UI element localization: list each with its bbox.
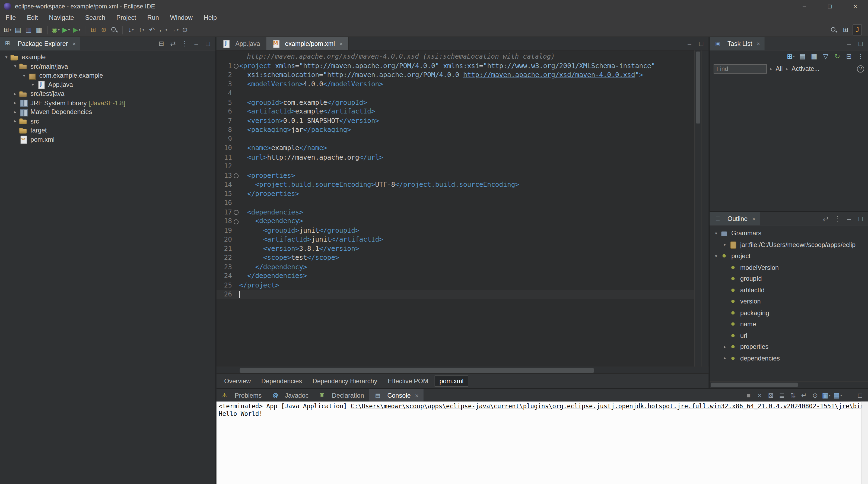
all-scope-label[interactable]: All [775,65,782,72]
expand-arrow-icon[interactable]: ▸ [11,119,20,123]
tab-outline[interactable]: Outline × [710,212,760,225]
code-line-22[interactable]: 22 <scope>test</scope> [217,253,694,262]
collapse-arrow-icon[interactable]: ▾ [712,253,720,259]
tab-package-explorer[interactable]: Package Explorer × [0,37,80,50]
tree-item-url[interactable]: url [710,330,868,341]
window-close-button[interactable]: × [842,0,868,12]
activate-arrow-icon[interactable]: ▸ [786,66,788,71]
code-line-16[interactable]: 16 [217,198,694,207]
horizontal-scroll-thumb[interactable] [240,368,594,373]
code-line-10[interactable]: 10 <name>example</name> [217,143,694,153]
menu-file[interactable]: File [0,13,22,22]
tree-item-com-example-example[interactable]: ▾com.example.example [0,71,215,80]
view-menu-icon[interactable]: ⋮ [180,38,189,49]
dropdown-arrow-icon[interactable]: ▾ [68,28,70,32]
tree-item-src-test-java[interactable]: ▸src/test/java [0,89,215,98]
collapse-all-icon[interactable]: ⊟ [844,51,854,62]
tab-console[interactable]: Console× [369,389,424,401]
close-view-icon[interactable]: × [757,40,760,47]
code-line-21[interactable]: 21 <version>3.8.1</version> [217,244,694,253]
tree-item-name[interactable]: name [710,319,868,330]
forward-icon[interactable]: →▾ [169,24,179,36]
display-selected-console-icon[interactable]: ▣▾ [821,390,831,401]
code-line-2[interactable]: 2 xsi:schemaLocation="http://maven.apach… [217,70,694,80]
scheduled-icon[interactable]: ▦ [809,51,819,62]
code-line-19[interactable]: 19 <groupId>junit</groupId> [217,225,694,235]
console-scrollbar[interactable] [862,401,868,484]
pin-console-icon[interactable]: ⊙ [810,390,820,401]
tab-javadoc[interactable]: Javadoc [267,389,314,401]
menu-search[interactable]: Search [80,13,111,22]
filters-icon[interactable]: ▽ [821,51,831,62]
pom-tab-pom-xml[interactable]: pom.xml [434,375,468,386]
all-scope-arrow-icon[interactable]: ▸ [770,66,772,71]
code-line-7[interactable]: 7 <version>0.0.1-SNAPSHOT</version> [217,116,694,125]
fold-marker-icon[interactable] [232,207,239,217]
dropdown-arrow-icon[interactable]: ▾ [132,28,134,32]
quick-access-search-icon[interactable] [829,24,839,36]
tree-item-grammars[interactable]: ▾Grammars [710,228,868,239]
dropdown-arrow-icon[interactable]: ▾ [79,28,81,32]
maximize-icon[interactable]: □ [696,38,706,49]
tree-item-jre-system-library[interactable]: ▸JRE System Library[JavaSE-1.8] [0,98,215,108]
back-icon[interactable]: ←▾ [158,24,168,36]
code-line-1[interactable]: 1<project xmlns="http://maven.apache.org… [217,61,694,70]
maximize-icon[interactable]: □ [203,38,213,49]
pom-tab-dependencies[interactable]: Dependencies [257,375,307,386]
link-with-editor-icon[interactable]: ⇄ [168,38,178,49]
help-icon[interactable]: ? [857,65,864,72]
code-line-24[interactable]: 24 </dependencies> [217,271,694,281]
java-search-icon[interactable] [110,24,119,36]
code-line-23[interactable]: 23 </dependency> [217,262,694,271]
save-icon[interactable]: ▤ [13,24,23,36]
code-line-26[interactable]: 26 [217,290,694,299]
minimize-icon[interactable]: – [844,213,854,224]
pom-tab-effective-pom[interactable]: Effective POM [383,375,433,386]
code-line-17[interactable]: 17 <dependencies> [217,207,694,217]
tree-item-src-main-java[interactable]: ▾src/main/java [0,62,215,71]
dropdown-arrow-icon[interactable]: ▾ [793,54,795,58]
code-line-12[interactable]: 12 [217,162,694,171]
menu-help[interactable]: Help [198,13,222,22]
window-minimize-button[interactable]: – [792,0,817,12]
close-tab-icon[interactable]: × [415,392,419,398]
scroll-lock-icon[interactable]: ⇅ [788,390,798,401]
maximize-icon[interactable]: □ [856,38,865,49]
categorized-icon[interactable]: ▤ [798,51,807,62]
save-all-icon[interactable]: ▥ [24,24,33,36]
fold-marker-icon[interactable] [232,61,239,70]
pom-tab-overview[interactable]: Overview [220,375,255,386]
editor-tab-example-pom-xml[interactable]: example/pom.xml× [266,37,349,50]
next-annotation-icon[interactable]: ↓▾ [126,24,136,36]
code-line-15[interactable]: 15 </properties> [217,189,694,199]
tab-problems[interactable]: Problems [217,389,267,401]
menu-project[interactable]: Project [111,13,142,22]
code-line-13[interactable]: 13 <properties> [217,171,694,180]
terminate-icon[interactable]: ■ [744,390,753,401]
minimize-icon[interactable]: – [192,38,201,49]
outline-scroll-thumb[interactable] [711,383,798,387]
minimize-icon[interactable]: – [685,38,694,49]
run-icon[interactable]: ▶▾ [61,24,71,36]
code-line-5[interactable]: 5 <groupId>com.example</groupId> [217,98,694,107]
console-output[interactable]: <terminated> App [Java Application] C:\U… [217,401,868,484]
dropdown-arrow-icon[interactable]: ▾ [177,28,179,32]
collapse-arrow-icon[interactable]: ▾ [712,231,720,236]
code-line-4[interactable]: 4 [217,89,694,98]
dropdown-arrow-icon[interactable]: ▾ [143,28,144,32]
tab-declaration[interactable]: Declaration [314,389,369,401]
code-line-14[interactable]: 14 <project.build.sourceEncoding>UTF-8</… [217,180,694,189]
menu-edit[interactable]: Edit [22,13,43,22]
code-line-6[interactable]: 6 <artifactId>example</artifactId> [217,107,694,116]
synchronize-icon[interactable]: ↻ [833,51,842,62]
tree-item-packaging[interactable]: packaging [710,307,868,319]
dropdown-arrow-icon[interactable]: ▾ [58,28,60,32]
dropdown-arrow-icon[interactable]: ▾ [840,393,842,397]
close-tab-icon[interactable]: × [339,40,343,47]
outline-tree[interactable]: ▾Grammars▸jar:file:/C:/Users/meowr/scoop… [710,225,868,381]
tree-item-app-java[interactable]: ▸App.java [0,80,215,89]
collapse-all-icon[interactable]: ⊟ [157,38,166,49]
tree-item-modelversion[interactable]: modelVersion [710,262,868,273]
tree-item-dependencies[interactable]: ▸dependencies [710,353,868,364]
fold-marker-icon[interactable] [232,217,239,226]
